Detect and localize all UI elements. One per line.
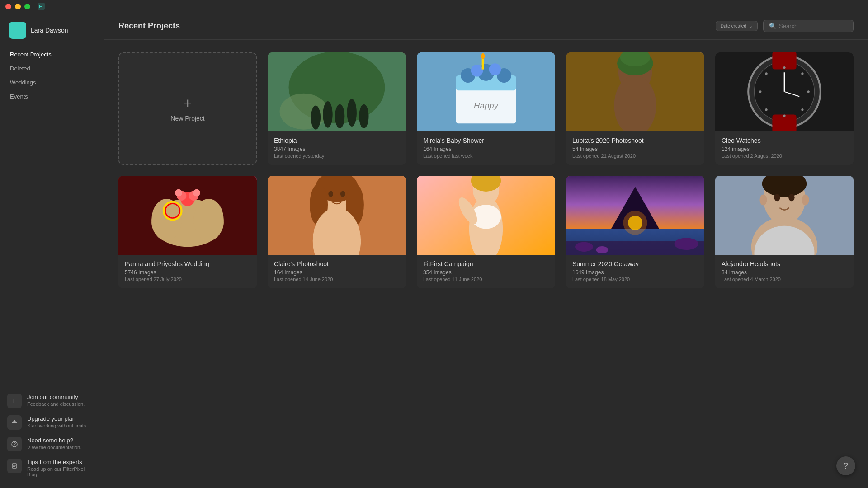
svg-point-53 bbox=[801, 108, 803, 111]
card-count: 124 images bbox=[722, 146, 847, 152]
close-button[interactable] bbox=[5, 4, 11, 9]
projects-area: + New Project bbox=[104, 40, 868, 488]
project-card[interactable]: Cleo Watches 124 images Last opened 2 Au… bbox=[715, 52, 854, 165]
card-count: 354 Images bbox=[423, 269, 549, 276]
tips-link[interactable]: Tips from the experts Read up on our Fil… bbox=[7, 459, 96, 477]
user-name: Lara Dawson bbox=[31, 27, 68, 34]
svg-point-67 bbox=[193, 189, 200, 197]
card-name: Panna and Priyesh's Wedding bbox=[125, 260, 250, 267]
app-body: Lara Dawson Recent Projects Deleted Wedd… bbox=[0, 13, 868, 488]
question-icon: ? bbox=[844, 461, 848, 471]
sidebar-item-recent-projects[interactable]: Recent Projects bbox=[5, 48, 99, 61]
card-count: 164 Images bbox=[274, 269, 400, 276]
svg-marker-11 bbox=[13, 420, 16, 422]
svg-point-87 bbox=[575, 242, 593, 252]
titlebar: F bbox=[0, 0, 868, 13]
svg-point-89 bbox=[596, 246, 609, 253]
svg-point-24 bbox=[347, 99, 357, 127]
main-header: Recent Projects Date created ⌄ 🔍 bbox=[104, 13, 868, 40]
svg-point-35 bbox=[481, 53, 485, 59]
facebook-icon: f bbox=[7, 394, 22, 408]
svg-point-21 bbox=[311, 105, 321, 129]
search-box: 🔍 bbox=[763, 20, 854, 32]
svg-rect-3 bbox=[14, 27, 17, 30]
sidebar-nav: Recent Projects Deleted Weddings Events bbox=[0, 48, 104, 103]
card-date: Last opened 14 June 2020 bbox=[274, 277, 400, 282]
card-count: 3847 Images bbox=[274, 146, 400, 152]
community-link[interactable]: f Join our community Feedback and discus… bbox=[7, 394, 96, 408]
tips-subtitle: Read up on our FilterPixel Blog. bbox=[27, 466, 96, 477]
card-info: Summer 2020 Getaway 1649 Images Last ope… bbox=[566, 255, 704, 288]
card-name: Cleo Watches bbox=[722, 137, 847, 144]
card-count: 54 Images bbox=[572, 146, 698, 152]
header-controls: Date created ⌄ 🔍 bbox=[716, 20, 854, 32]
svg-point-76 bbox=[340, 191, 345, 197]
sidebar: Lara Dawson Recent Projects Deleted Wedd… bbox=[0, 13, 104, 488]
card-count: 5746 Images bbox=[125, 269, 250, 276]
svg-point-56 bbox=[759, 90, 761, 93]
card-date: Last opened 27 July 2020 bbox=[125, 277, 250, 282]
project-card[interactable]: Alejandro Headshots 34 Images Last opene… bbox=[715, 176, 854, 288]
card-info: Cleo Watches 124 images Last opened 2 Au… bbox=[715, 131, 854, 165]
svg-point-99 bbox=[760, 195, 767, 206]
search-input[interactable] bbox=[779, 23, 848, 29]
svg-point-50 bbox=[783, 66, 785, 69]
minimize-button[interactable] bbox=[15, 4, 21, 9]
sort-dropdown[interactable]: Date created ⌄ bbox=[716, 21, 758, 31]
svg-text:Happy: Happy bbox=[474, 101, 499, 110]
project-card[interactable]: Panna and Priyesh's Wedding 5746 Images … bbox=[118, 176, 257, 288]
card-date: Last opened 2 August 2020 bbox=[722, 153, 847, 159]
community-title: Join our community bbox=[27, 394, 85, 400]
maximize-button[interactable] bbox=[24, 4, 30, 9]
sidebar-item-deleted[interactable]: Deleted bbox=[5, 62, 99, 75]
card-date: Last opened 11 June 2020 bbox=[423, 277, 549, 282]
upgrade-icon bbox=[7, 415, 22, 430]
svg-point-52 bbox=[807, 90, 810, 93]
card-count: 1649 Images bbox=[572, 269, 698, 276]
project-card[interactable]: Ethiopia 3847 Images Last opened yesterd… bbox=[268, 52, 406, 165]
projects-grid: + New Project bbox=[118, 52, 854, 288]
help-link[interactable]: ? Need some help? View the documentation… bbox=[7, 437, 96, 451]
card-name: Summer 2020 Getaway bbox=[572, 260, 698, 267]
upgrade-link[interactable]: Upgrade your plan Start working without … bbox=[7, 415, 96, 430]
card-info: FitFirst Campaign 354 Images Last opened… bbox=[417, 255, 555, 288]
search-icon: 🔍 bbox=[769, 23, 776, 29]
card-info: Mirela's Baby Shower 164 Images Last ope… bbox=[417, 131, 555, 165]
sort-chevron-icon: ⌄ bbox=[749, 23, 753, 28]
card-info: Ethiopia 3847 Images Last opened yesterd… bbox=[268, 131, 406, 165]
project-card[interactable]: Lupita's 2020 Photoshoot 54 Images Last … bbox=[566, 52, 704, 165]
plus-icon: + bbox=[184, 96, 192, 110]
app-icon: F bbox=[38, 3, 45, 10]
svg-point-88 bbox=[674, 238, 698, 250]
svg-rect-4 bbox=[18, 27, 21, 30]
svg-rect-7 bbox=[11, 398, 18, 404]
project-thumbnail bbox=[118, 176, 257, 255]
svg-point-54 bbox=[783, 114, 785, 117]
help-title: Need some help? bbox=[27, 437, 81, 444]
project-card[interactable]: Summer 2020 Getaway 1649 Images Last ope… bbox=[566, 176, 704, 288]
svg-text:f: f bbox=[13, 399, 14, 404]
svg-text:?: ? bbox=[14, 442, 16, 447]
new-project-card[interactable]: + New Project bbox=[118, 52, 257, 165]
sidebar-item-events[interactable]: Events bbox=[5, 90, 99, 103]
project-card[interactable]: Claire's Photoshoot 164 Images Last open… bbox=[268, 176, 406, 288]
svg-point-25 bbox=[359, 104, 368, 128]
project-thumbnail bbox=[268, 52, 406, 131]
card-date: Last opened 4 March 2020 bbox=[722, 277, 847, 282]
project-card[interactable]: FitFirst Campaign 354 Images Last opened… bbox=[417, 176, 555, 288]
help-fab[interactable]: ? bbox=[836, 456, 855, 475]
card-name: FitFirst Campaign bbox=[423, 260, 549, 267]
svg-point-33 bbox=[489, 63, 501, 75]
svg-rect-5 bbox=[14, 31, 17, 34]
sidebar-item-weddings[interactable]: Weddings bbox=[5, 76, 99, 89]
card-count: 164 Images bbox=[423, 146, 549, 152]
card-info: Panna and Priyesh's Wedding 5746 Images … bbox=[118, 255, 257, 288]
card-name: Mirela's Baby Shower bbox=[423, 137, 549, 144]
card-date: Last opened yesterday bbox=[274, 153, 400, 159]
project-thumbnail bbox=[566, 176, 704, 255]
project-thumbnail bbox=[566, 52, 704, 131]
svg-rect-14 bbox=[12, 464, 17, 468]
project-card[interactable]: Happy Mirela's Baby Shower 164 Images La… bbox=[417, 52, 555, 165]
svg-point-32 bbox=[471, 65, 483, 77]
svg-point-97 bbox=[774, 194, 780, 201]
